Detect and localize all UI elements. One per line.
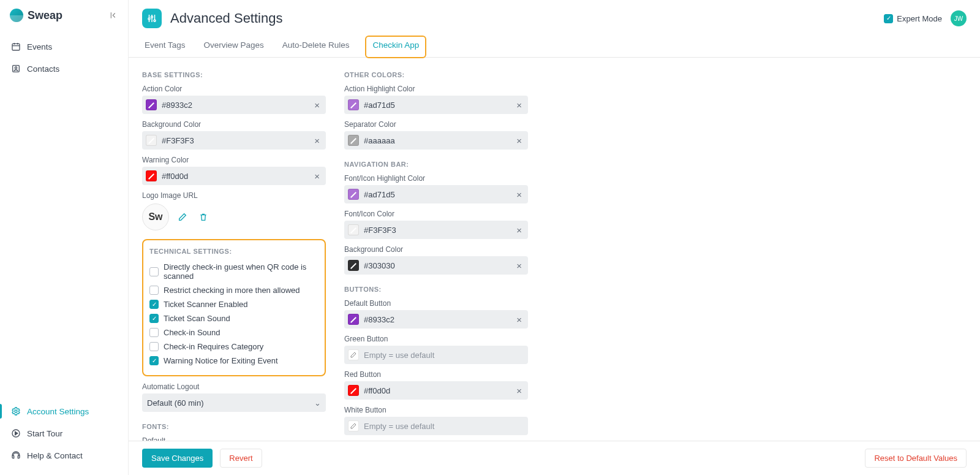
settings-sliders-icon xyxy=(142,9,162,28)
check-scanner-enabled[interactable]: Ticket Scanner Enabled xyxy=(149,297,318,311)
sidebar-item-start-tour[interactable]: Start Tour xyxy=(0,422,128,444)
clear-icon[interactable]: × xyxy=(514,135,524,146)
green-button-input[interactable]: Empty = use default xyxy=(344,346,528,364)
field-label: White Button xyxy=(344,406,528,414)
check-label: Restrict checking in more then allowed xyxy=(164,286,300,295)
gear-icon xyxy=(11,406,21,416)
footer-bar: Save Changes Revert Reset to Default Val… xyxy=(129,441,980,475)
nav-highlight-input[interactable]: #ad71d5 × xyxy=(344,185,528,203)
sidebar-item-events[interactable]: Events xyxy=(0,36,128,58)
clear-icon[interactable]: × xyxy=(514,260,524,271)
check-checkin-sound[interactable]: Check-in Sound xyxy=(149,325,318,340)
tab-overview-pages[interactable]: Overview Pages xyxy=(202,36,266,57)
color-swatch-icon xyxy=(348,99,359,110)
edit-logo-icon[interactable] xyxy=(175,210,190,224)
field-label: Background Color xyxy=(142,120,326,129)
sidebar-item-account-settings[interactable]: Account Settings xyxy=(0,400,128,422)
color-value: #F3F3F3 xyxy=(162,136,307,145)
checkbox-icon xyxy=(149,356,159,365)
svg-point-7 xyxy=(154,20,156,21)
check-label: Directly check-in guest when QR code is … xyxy=(164,262,318,281)
tab-auto-delete-rules[interactable]: Auto-Delete Rules xyxy=(280,36,352,57)
color-value: #8933c2 xyxy=(162,101,307,110)
section-base-settings: BASE SETTINGS: xyxy=(142,71,326,78)
sidebar-item-help[interactable]: Help & Contact xyxy=(0,444,128,466)
check-warning-exit[interactable]: Warning Notice for Exiting Event xyxy=(149,354,318,368)
color-swatch-icon xyxy=(348,314,359,325)
color-swatch-icon xyxy=(348,189,359,200)
color-swatch-icon xyxy=(146,170,157,181)
default-button-input[interactable]: #8933c2 × xyxy=(344,310,528,329)
color-swatch-icon xyxy=(348,135,359,146)
svg-point-3 xyxy=(15,410,17,412)
revert-button[interactable]: Revert xyxy=(220,449,262,468)
save-button[interactable]: Save Changes xyxy=(142,449,213,468)
color-value: #ad71d5 xyxy=(364,190,509,199)
color-placeholder: Empty = use default xyxy=(364,351,524,360)
clear-icon[interactable]: × xyxy=(514,189,524,200)
field-label: Action Highlight Color xyxy=(344,85,528,93)
clear-icon[interactable]: × xyxy=(312,100,322,110)
collapse-sidebar-icon[interactable] xyxy=(110,11,118,20)
nav-font-icon-input[interactable]: #F3F3F3 × xyxy=(344,221,528,239)
field-label: Default Button xyxy=(344,299,528,308)
left-column: BASE SETTINGS: Action Color #8933c2 × Ba… xyxy=(142,66,326,441)
check-direct-checkin[interactable]: Directly check-in guest when QR code is … xyxy=(149,260,318,283)
calendar-icon xyxy=(11,42,21,51)
sidebar-item-contacts[interactable]: Contacts xyxy=(0,58,128,80)
section-buttons: BUTTONS: xyxy=(344,286,528,293)
checkbox-icon xyxy=(149,328,159,337)
check-requires-category[interactable]: Check-in Requires Category xyxy=(149,340,318,354)
field-label: Default xyxy=(142,436,326,441)
sidebar: Sweap Events Contacts Account Settings xyxy=(0,0,129,475)
sidebar-item-label: Events xyxy=(27,42,52,51)
brand-logo: Sweap xyxy=(10,9,62,22)
red-button-input[interactable]: #ff0d0d × xyxy=(344,381,528,400)
play-icon xyxy=(11,428,21,438)
checkbox-icon xyxy=(884,14,893,23)
expert-mode-toggle[interactable]: Expert Mode xyxy=(884,14,942,23)
color-swatch-icon xyxy=(348,260,359,271)
svg-point-6 xyxy=(151,16,153,18)
pencil-icon xyxy=(348,420,359,431)
nav-background-input[interactable]: #303030 × xyxy=(344,256,528,275)
checkbox-icon xyxy=(149,286,159,295)
action-color-input[interactable]: #8933c2 × xyxy=(142,96,326,114)
sidebar-item-label: Help & Contact xyxy=(27,451,83,460)
field-label: Font/Icon Highlight Color xyxy=(344,174,528,183)
separator-color-input[interactable]: #aaaaaa × xyxy=(344,131,528,150)
action-highlight-input[interactable]: #ad71d5 × xyxy=(344,96,528,114)
avatar[interactable]: JW xyxy=(951,10,967,26)
color-value: #8933c2 xyxy=(364,315,509,324)
page-title: Advanced Settings xyxy=(170,10,282,26)
color-value: #303030 xyxy=(364,261,509,270)
delete-logo-icon[interactable] xyxy=(196,210,211,224)
help-icon xyxy=(11,450,21,460)
clear-icon[interactable]: × xyxy=(514,225,524,235)
contacts-icon xyxy=(11,64,21,74)
logo-mark-icon xyxy=(10,9,23,22)
technical-settings-box: TECHNICAL SETTINGS: Directly check-in gu… xyxy=(142,239,326,376)
clear-icon[interactable]: × xyxy=(312,135,322,146)
select-value: Default (60 min) xyxy=(147,398,203,408)
warning-color-input[interactable]: #ff0d0d × xyxy=(142,167,326,185)
clear-icon[interactable]: × xyxy=(312,171,322,181)
clear-icon[interactable]: × xyxy=(514,314,524,325)
check-restrict[interactable]: Restrict checking in more then allowed xyxy=(149,283,318,297)
clear-icon[interactable]: × xyxy=(514,100,524,110)
chevron-down-icon: ⌄ xyxy=(314,398,321,408)
checkbox-icon xyxy=(149,300,159,309)
tab-event-tags[interactable]: Event Tags xyxy=(142,36,188,57)
auto-logout-select[interactable]: Default (60 min) ⌄ xyxy=(142,393,326,412)
check-label: Warning Notice for Exiting Event xyxy=(164,356,278,365)
check-scan-sound[interactable]: Ticket Scan Sound xyxy=(149,311,318,325)
background-color-input[interactable]: #F3F3F3 × xyxy=(142,131,326,150)
field-label: Logo Image URL xyxy=(142,191,326,200)
field-label: Action Color xyxy=(142,85,326,93)
reset-defaults-button[interactable]: Reset to Default Values xyxy=(865,449,967,468)
content-scroll[interactable]: BASE SETTINGS: Action Color #8933c2 × Ba… xyxy=(129,58,980,441)
tab-checkin-app[interactable]: Checkin App xyxy=(365,36,426,58)
clear-icon[interactable]: × xyxy=(514,386,524,396)
white-button-input[interactable]: Empty = use default xyxy=(344,417,528,435)
color-swatch-icon xyxy=(146,135,157,146)
